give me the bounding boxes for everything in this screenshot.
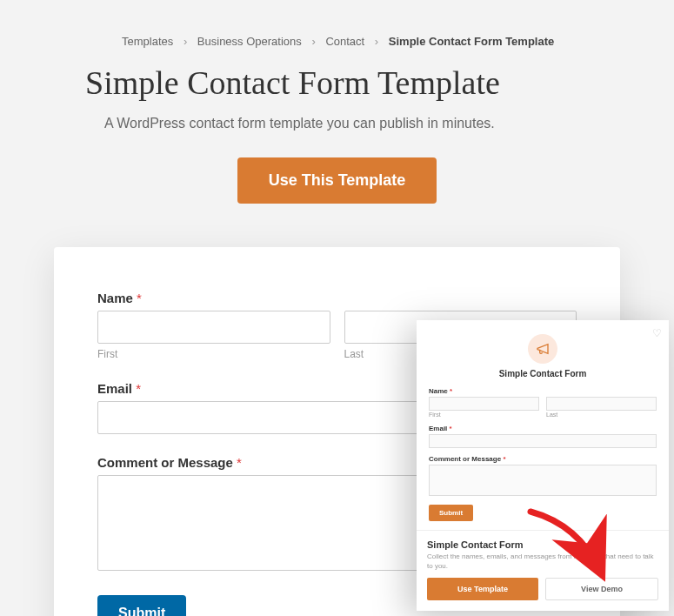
required-mark: * (136, 381, 141, 396)
page-title: Simple Contact Form Template (85, 64, 622, 102)
popup-last-input[interactable] (546, 397, 657, 411)
breadcrumb-sep: › (311, 35, 315, 48)
use-this-template-button[interactable]: Use This Template (237, 157, 437, 204)
popup-email-label: Email * (429, 425, 657, 432)
template-preview-popup: ♡ Simple Contact Form Name * First Last (417, 320, 669, 611)
breadcrumb-current: Simple Contact Form Template (389, 35, 554, 48)
popup-comment-textarea[interactable] (429, 465, 657, 496)
popup-first-input[interactable] (429, 397, 539, 411)
popup-email-input[interactable] (429, 434, 657, 448)
popup-last-sublabel: Last (546, 412, 657, 418)
popup-card-title: Simple Contact Form (427, 539, 658, 550)
popup-use-template-button[interactable]: Use Template (427, 578, 538, 600)
megaphone-icon (528, 334, 557, 364)
favorite-icon[interactable]: ♡ (652, 327, 662, 339)
required-mark: * (237, 455, 242, 470)
name-label: Name * (97, 291, 577, 305)
first-name-input[interactable] (97, 311, 330, 344)
popup-submit-button[interactable]: Submit (429, 505, 473, 521)
popup-name-label: Name * (429, 387, 657, 395)
submit-button[interactable]: Submit (97, 595, 186, 616)
page-subtitle: A WordPress contact form template you ca… (104, 116, 622, 131)
popup-first-sublabel: First (429, 412, 539, 418)
popup-comment-label: Comment or Message * (429, 455, 657, 463)
breadcrumb: Templates › Business Operations › Contac… (122, 35, 622, 48)
popup-view-demo-button[interactable]: View Demo (545, 578, 658, 600)
breadcrumb-business[interactable]: Business Operations (197, 35, 302, 48)
breadcrumb-contact[interactable]: Contact (325, 35, 364, 48)
popup-card-desc: Collect the names, emails, and messages … (427, 552, 658, 571)
first-sublabel: First (97, 348, 330, 360)
popup-title: Simple Contact Form (429, 369, 657, 378)
required-mark: * (137, 291, 142, 305)
breadcrumb-templates[interactable]: Templates (122, 35, 173, 48)
breadcrumb-sep: › (184, 35, 187, 48)
breadcrumb-sep: › (375, 35, 378, 48)
